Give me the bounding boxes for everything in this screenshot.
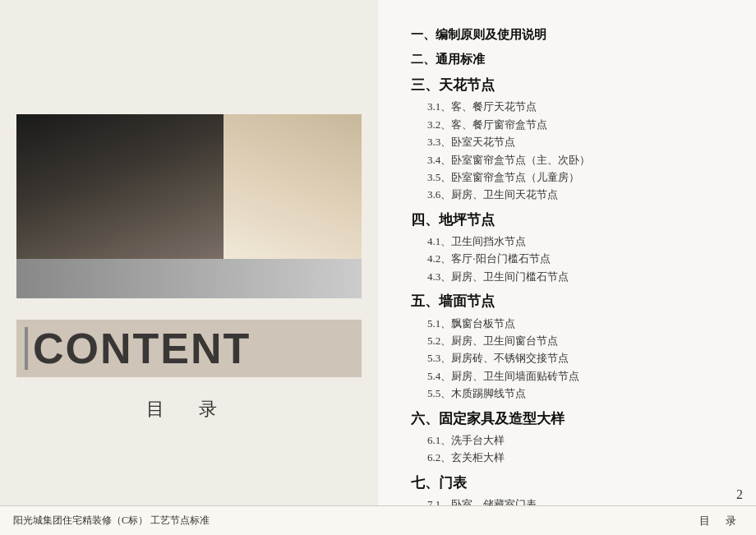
toc-sub-4-1: 4.1、卫生间挡水节点 (411, 233, 723, 250)
toc-item-4: 四、地坪节点 4.1、卫生间挡水节点 4.2、客厅·阳台门槛石节点 4.3、厨房… (411, 209, 723, 286)
toc-sub-5-3: 5.3、厨房砖、不锈钢交接节点 (411, 349, 723, 367)
page-number: 2 (736, 487, 743, 502)
left-panel: CONTENT 目 录 (0, 0, 378, 535)
toc-main-label-4: 四、地坪节点 (411, 209, 723, 231)
toc-sub-5-1: 5.1、飘窗台板节点 (411, 315, 723, 332)
image-middle-section (16, 259, 362, 298)
toc-sub-3-5: 3.5、卧室窗帘盒节点（儿童房） (411, 168, 723, 186)
footer-right-text: 目 录 (699, 514, 743, 528)
toc-item-1: 一、编制原则及使用说明 (411, 25, 723, 44)
image-light-section (224, 114, 362, 259)
toc-sub-3-1: 3.1、客、餐厅天花节点 (411, 98, 723, 115)
toc-sub-4-2: 4.2、客厅·阳台门槛石节点 (411, 250, 723, 267)
content-text-overlay: CONTENT (16, 320, 362, 377)
toc-main-label-5: 五、墙面节点 (411, 290, 723, 312)
toc-sub-3-4: 3.4、卧室窗帘盒节点（主、次卧） (411, 151, 723, 168)
toc-item-5: 五、墙面节点 5.1、飘窗台板节点 5.2、厨房、卫生间窗台节点 5.3、厨房砖… (411, 290, 723, 402)
toc-main-label-7: 七、门表 (411, 472, 723, 494)
toc-sub-5-2: 5.2、厨房、卫生间窗台节点 (411, 332, 723, 349)
toc-sub-3-6: 3.6、厨房、卫生间天花节点 (411, 186, 723, 203)
footer-left-text: 阳光城集团住宅精装修（C标） 工艺节点标准 (13, 514, 210, 528)
right-panel: 一、编制原则及使用说明 二、通用标准 三、天花节点 3.1、客、餐厅天花节点 3… (378, 0, 756, 535)
footer-bar: 阳光城集团住宅精装修（C标） 工艺节点标准 目 录 (0, 505, 756, 535)
toc-main-label-6: 六、固定家具及造型大样 (411, 408, 723, 430)
toc-item-3: 三、天花节点 3.1、客、餐厅天花节点 3.2、客、餐厅窗帘盒节点 3.3、卧室… (411, 74, 723, 204)
toc-sub-6-1: 6.1、洗手台大样 (411, 431, 723, 449)
mu-lu-label: 目 录 (146, 397, 232, 422)
toc-item-2: 二、通用标准 (411, 49, 723, 69)
toc-main-label-1: 一、编制原则及使用说明 (411, 25, 723, 44)
toc-main-label-2: 二、通用标准 (411, 49, 723, 69)
toc-sub-4-3: 4.3、厨房、卫生间门槛石节点 (411, 268, 723, 285)
toc-sub-3-2: 3.2、客、餐厅窗帘盒节点 (411, 116, 723, 133)
image-dark-section (16, 114, 224, 259)
toc-main-label-3: 三、天花节点 (411, 74, 723, 96)
toc-sub-5-5: 5.5、木质踢脚线节点 (411, 385, 723, 402)
content-letters: CONTENT (25, 327, 251, 370)
toc-sub-5-4: 5.4、厨房、卫生间墙面贴砖节点 (411, 367, 723, 385)
content-image: CONTENT (16, 114, 362, 377)
toc-sub-6-2: 6.2、玄关柜大样 (411, 449, 723, 466)
toc-sub-3-3: 3.3、卧室天花节点 (411, 133, 723, 150)
toc-item-6: 六、固定家具及造型大样 6.1、洗手台大样 6.2、玄关柜大样 (411, 408, 723, 467)
